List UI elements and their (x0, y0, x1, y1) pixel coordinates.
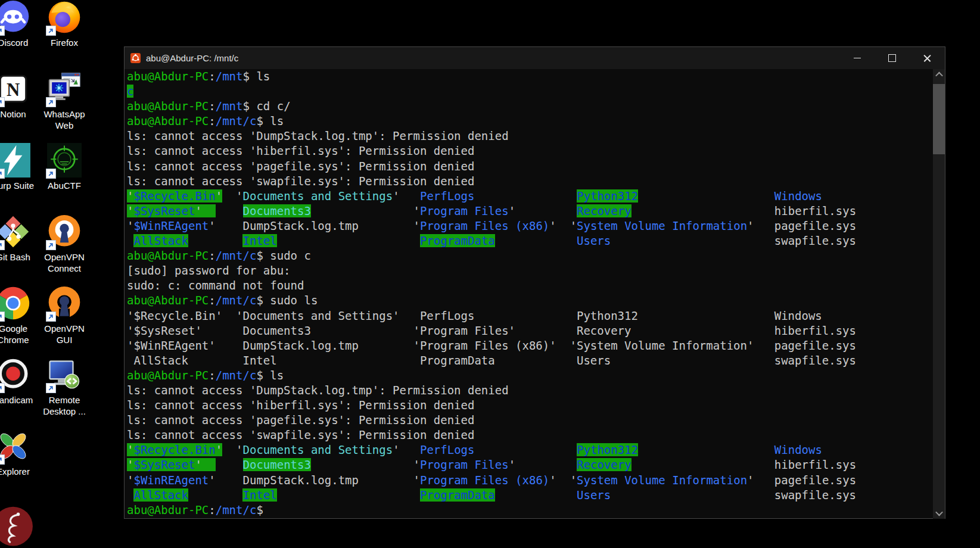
bandicam-icon (0, 357, 30, 392)
firefox-icon (47, 0, 82, 35)
terminal-line: ls: cannot access 'hiberfil.sys': Permis… (127, 144, 945, 158)
desktop-icon-abuctf[interactable]: AbuCTF (36, 143, 93, 191)
terminal-line: ls: cannot access 'pagefile.sys': Permis… (127, 159, 945, 174)
scrollbar-thumb[interactable] (933, 84, 945, 154)
maximize-button[interactable] (875, 47, 910, 69)
terminal-line: AllStack Intel ProgramData Users swapfil… (127, 488, 945, 503)
desktop-icon-openvpn-gui[interactable]: OpenVPN GUI (36, 286, 93, 345)
shortcut-arrow-icon (0, 169, 5, 179)
terminal-line: AllStack Intel ProgramData Users swapfil… (127, 233, 945, 248)
svg-text:N: N (7, 80, 20, 100)
discord-icon (0, 0, 30, 35)
desktop-icon-label: Firefox (36, 37, 93, 48)
terminal-line: '$SysReset' Documents3 'Program Files' R… (127, 457, 945, 472)
close-icon (923, 54, 931, 62)
terminal-line: '$SysReset' Documents3 'Program Files' R… (127, 204, 945, 219)
scroll-up-button[interactable] (933, 69, 945, 80)
shortcut-arrow-icon (0, 240, 5, 250)
terminal-line: AllStack Intel ProgramData Users swapfil… (127, 353, 945, 368)
terminal-line: ls: cannot access 'swapfile.sys': Permis… (127, 428, 945, 443)
terminal-line: abu@Abdur-PC:/mnt$ ls (127, 69, 945, 84)
terminal-output[interactable]: abu@Abdur-PC:/mnt$ lscabu@Abdur-PC:/mnt$… (125, 69, 945, 518)
shortcut-arrow-icon (0, 312, 5, 322)
scroll-down-button[interactable] (933, 507, 945, 519)
window-title: abu@Abdur-PC: /mnt/c (146, 53, 238, 63)
kali-icon (0, 503, 33, 548)
desktop-icon-label: AbuCTF (36, 180, 93, 191)
abuctf-icon (47, 143, 82, 178)
terminal-line: sudo: c: command not found (127, 278, 945, 293)
desktop-icon-whatsapp-web[interactable]: WhatsApp Web (36, 71, 93, 131)
notion-icon: N (0, 71, 30, 106)
git-bash-icon (0, 214, 30, 249)
terminal-line: '$WinREAgent' DumpStack.log.tmp 'Program… (127, 473, 945, 488)
desktop-icon-label: WhatsApp Web (36, 108, 93, 131)
google-chrome-icon (0, 286, 30, 320)
ubuntu-wsl-icon[interactable] (130, 53, 141, 63)
terminal-line: abu@Abdur-PC:/mnt$ cd c/ (127, 99, 945, 114)
chevron-up-icon (935, 72, 943, 80)
whatsapp-web-icon (47, 71, 82, 106)
shortcut-arrow-icon (0, 26, 5, 36)
terminal-line: abu@Abdur-PC:/mnt/c$ (127, 503, 945, 518)
burp-suite-icon (0, 143, 30, 178)
terminal-line: abu@Abdur-PC:/mnt/c$ ls (127, 368, 945, 383)
desktop-icon-kali[interactable] (0, 503, 42, 548)
shortcut-arrow-icon (0, 383, 5, 393)
shortcut-arrow-icon (0, 454, 5, 465)
terminal-line: abu@Abdur-PC:/mnt/c$ sudo ls (127, 293, 945, 308)
shortcut-arrow-icon (46, 383, 56, 393)
terminal-line: '$Recycle.Bin' 'Documents and Settings' … (127, 189, 945, 204)
scrollbar[interactable] (933, 69, 945, 519)
desktop-icon-openvpn-connect[interactable]: OpenVPN Connect (36, 214, 93, 274)
openvpn-connect-icon (47, 214, 82, 249)
terminal-line: ls: cannot access 'hiberfil.sys': Permis… (127, 398, 945, 413)
terminal-line: c (127, 84, 945, 99)
desktop-icon-label: OpenVPN GUI (36, 323, 93, 345)
terminal-line: ls: cannot access 'DumpStack.log.tmp': P… (127, 383, 945, 398)
shortcut-arrow-icon (0, 97, 5, 107)
terminal-titlebar[interactable]: abu@Abdur-PC: /mnt/c (125, 47, 945, 69)
desktop-icon-explorer[interactable]: Explorer (0, 429, 42, 477)
terminal-line: '$WinREAgent' DumpStack.log.tmp 'Program… (127, 338, 945, 353)
terminal-line: '$Recycle.Bin' 'Documents and Settings' … (127, 443, 945, 457)
terminal-line: ls: cannot access 'swapfile.sys': Permis… (127, 174, 945, 189)
desktop-icon-label: OpenVPN Connect (36, 251, 93, 274)
terminal-line: ls: cannot access 'pagefile.sys': Permis… (127, 413, 945, 428)
terminal-line: ls: cannot access 'DumpStack.log.tmp': P… (127, 129, 945, 144)
maximize-icon (888, 54, 896, 62)
desktop-icon-label: Explorer (0, 466, 42, 477)
shortcut-arrow-icon (46, 240, 56, 250)
terminal-line: '$SysReset' Documents3 'Program Files' R… (127, 323, 945, 338)
terminal-line: abu@Abdur-PC:/mnt/c$ ls (127, 114, 945, 129)
remote-desktop-icon (47, 357, 82, 392)
terminal-window: abu@Abdur-PC: /mnt/c abu@Abdur-PC:/mnt$ … (124, 46, 945, 519)
terminal-line: '$WinREAgent' DumpStack.log.tmp 'Program… (127, 219, 945, 233)
desktop: { "window": { "title": "abu@Abdur-PC: /m… (0, 0, 980, 548)
shortcut-arrow-icon (46, 26, 56, 36)
explorer-icon (0, 429, 30, 463)
desktop-icon-firefox[interactable]: Firefox (36, 0, 93, 48)
terminal-line: [sudo] password for abu: (127, 263, 945, 278)
minimize-icon (854, 58, 861, 58)
shortcut-arrow-icon (46, 97, 56, 107)
chevron-down-icon (935, 509, 943, 516)
terminal-line: abu@Abdur-PC:/mnt/c$ sudo c (127, 248, 945, 263)
close-button[interactable] (910, 47, 945, 69)
minimize-button[interactable] (839, 47, 875, 69)
desktop-icon-remote-desktop[interactable]: Remote Desktop ... (36, 357, 93, 417)
window-controls (839, 47, 945, 69)
terminal-line: '$Recycle.Bin' 'Documents and Settings' … (127, 309, 945, 323)
shortcut-arrow-icon (46, 169, 56, 179)
openvpn-gui-icon (47, 286, 82, 320)
shortcut-arrow-icon (46, 312, 56, 322)
desktop-icon-label: Remote Desktop ... (36, 394, 93, 417)
